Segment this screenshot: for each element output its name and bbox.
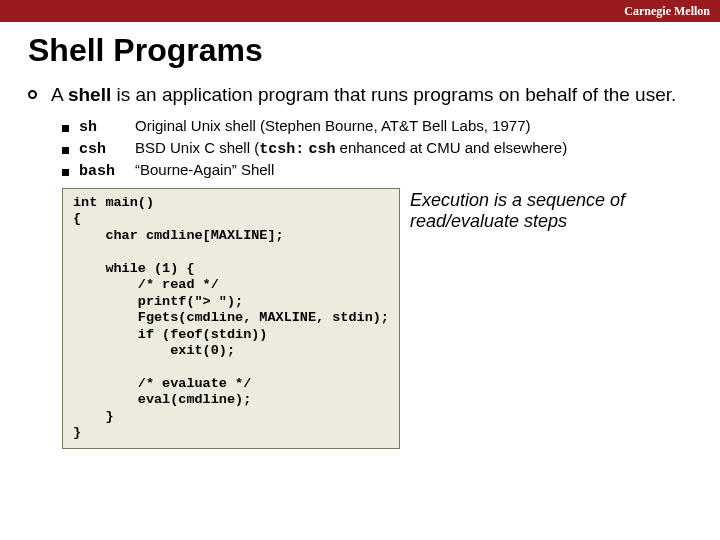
desc-post: enhanced at CMU and elsewhere) <box>335 139 567 156</box>
desc-pre: BSD Unix C shell ( <box>135 139 259 156</box>
lead-pre: A <box>51 84 68 105</box>
desc-code2: csh <box>308 141 335 158</box>
lead-mid: is an application program that runs prog… <box>111 84 676 105</box>
shell-name: sh <box>79 119 135 136</box>
lead-text: A shell is an application program that r… <box>51 83 676 107</box>
slide-title: Shell Programs <box>28 32 692 69</box>
square-bullet-icon <box>62 169 69 176</box>
desc-code: tcsh: <box>259 141 304 158</box>
lower-row: int main() { char cmdline[MAXLINE]; whil… <box>62 188 692 449</box>
lead-bold: shell <box>68 84 111 105</box>
shell-name: csh <box>79 141 135 158</box>
list-item: bash “Bourne-Again” Shell <box>62 161 692 180</box>
square-bullet-icon <box>62 147 69 154</box>
shell-desc: BSD Unix C shell (tcsh: csh enhanced at … <box>135 139 567 158</box>
shell-name: bash <box>79 163 135 180</box>
shell-list: sh Original Unix shell (Stephen Bourne, … <box>62 117 692 180</box>
list-item: sh Original Unix shell (Stephen Bourne, … <box>62 117 692 136</box>
list-item: csh BSD Unix C shell (tcsh: csh enhanced… <box>62 139 692 158</box>
side-note: Execution is a sequence of read/evaluate… <box>410 188 692 233</box>
lead-bullet-row: A shell is an application program that r… <box>28 83 692 107</box>
shell-desc: “Bourne-Again” Shell <box>135 161 274 178</box>
square-bullet-icon <box>62 125 69 132</box>
shell-desc: Original Unix shell (Stephen Bourne, AT&… <box>135 117 531 134</box>
topbar-label: Carnegie Mellon <box>624 4 710 19</box>
slide-content: Shell Programs A shell is an application… <box>0 22 720 449</box>
code-block: int main() { char cmdline[MAXLINE]; whil… <box>62 188 400 449</box>
top-bar: Carnegie Mellon <box>0 0 720 22</box>
circle-bullet-icon <box>28 90 37 99</box>
